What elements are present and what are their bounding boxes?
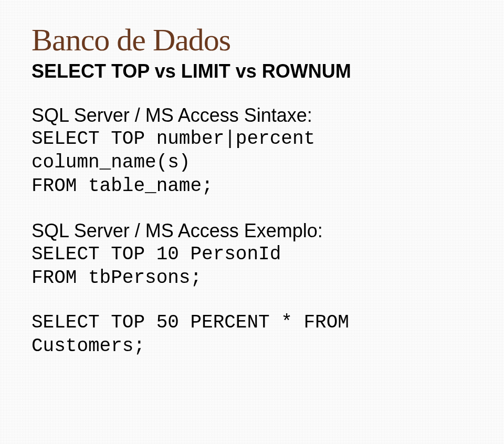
example2-code: SELECT TOP 50 PERCENT * FROM Customers; xyxy=(32,311,472,358)
example-code: SELECT TOP 10 PersonId FROM tbPersons; xyxy=(32,242,472,290)
slide-subtitle: SELECT TOP vs LIMIT vs ROWNUM xyxy=(32,60,472,82)
example2-block: SELECT TOP 50 PERCENT * FROM Customers; xyxy=(32,311,472,358)
example-label: SQL Server / MS Access Exemplo: xyxy=(32,219,472,242)
syntax-label: SQL Server / MS Access Sintaxe: xyxy=(32,103,472,127)
syntax-block: SQL Server / MS Access Sintaxe: SELECT T… xyxy=(32,103,472,198)
example-block: SQL Server / MS Access Exemplo: SELECT T… xyxy=(32,219,472,290)
slide: Banco de Dados SELECT TOP vs LIMIT vs RO… xyxy=(0,0,504,444)
slide-title: Banco de Dados xyxy=(32,22,472,58)
syntax-code: SELECT TOP number|percent column_name(s)… xyxy=(32,127,472,198)
